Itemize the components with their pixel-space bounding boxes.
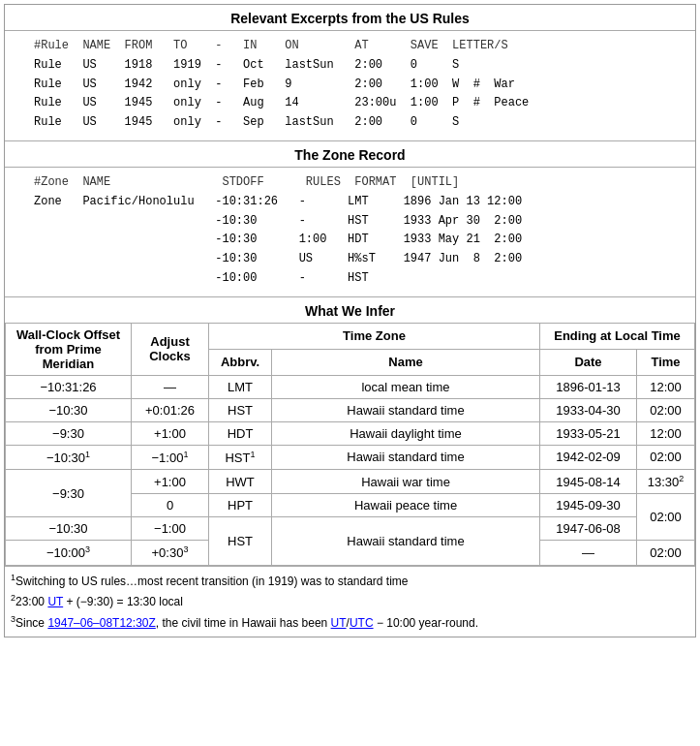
cell-time: 02:00 [637, 445, 695, 469]
footnote-2: 223:00 UT + (−9:30) = 13:30 local [11, 591, 689, 611]
rules-code: #Rule NAME FROM TO - IN ON AT SAVE LETTE… [5, 31, 695, 140]
header-date: Date [540, 349, 637, 375]
cell-adjust: +0:303 [132, 541, 209, 565]
table-row: −10:30 +0:01:26 HST Hawaii standard time… [6, 398, 695, 421]
cell-offset: −9:30 [6, 470, 132, 517]
cell-offset: −10:31:26 [6, 375, 132, 398]
header-tz-group: Time Zone [209, 323, 540, 349]
header-name: Name [272, 349, 540, 375]
cell-date: 1942-02-09 [540, 445, 637, 469]
cell-time: 02:00 [637, 541, 695, 565]
cell-abbr: HDT [209, 421, 272, 445]
cell-offset: −10:30 [6, 517, 132, 541]
table-row: −10:30 −1:00 HST Hawaii standard time 19… [6, 517, 695, 541]
cell-adjust: — [132, 375, 209, 398]
cell-name: Hawaii daylight time [272, 421, 540, 445]
table-row: −10:31:26 — LMT local mean time 1896-01-… [6, 375, 695, 398]
cell-time: 12:00 [637, 375, 695, 398]
cell-abbr: HPT [209, 494, 272, 517]
cell-date: 1947-06-08 [540, 517, 637, 541]
ut-link-2[interactable]: UT [331, 616, 347, 630]
rules-title: Relevant Excerpts from the US Rules [5, 5, 695, 31]
cell-date: — [540, 541, 637, 565]
cell-name: Hawaii war time [272, 470, 540, 494]
cell-date: 1896-01-13 [540, 375, 637, 398]
cell-adjust: −1:00 [132, 517, 209, 541]
date-link[interactable]: 1947–06–08T12:30Z [47, 616, 155, 630]
cell-date: 1945-09-30 [540, 494, 637, 517]
cell-abbr: HST [209, 398, 272, 421]
footnote-3: 3Since 1947–06–08T12:30Z, the civil time… [11, 612, 689, 633]
cell-adjust: +1:00 [132, 421, 209, 445]
cell-name: local mean time [272, 375, 540, 398]
table-row: −9:30 +1:00 HWT Hawaii war time 1945-08-… [6, 470, 695, 494]
cell-time: 02:00 [637, 398, 695, 421]
cell-name: Hawaii standard time [272, 398, 540, 421]
main-table: Wall-Clock Offset from Prime Meridian Ad… [5, 323, 695, 566]
cell-time: 12:00 [637, 421, 695, 445]
utc-link[interactable]: UTC [350, 616, 374, 630]
header-offset: Wall-Clock Offset from Prime Meridian [6, 323, 132, 375]
cell-offset: −10:003 [6, 541, 132, 565]
cell-time: 02:00 [637, 494, 695, 541]
header-time: Time [637, 349, 695, 375]
cell-abbr: LMT [209, 375, 272, 398]
cell-date: 1945-08-14 [540, 470, 637, 494]
ut-link-1[interactable]: UT [47, 595, 63, 608]
cell-date: 1933-05-21 [540, 421, 637, 445]
header-end-group: Ending at Local Time [540, 323, 695, 349]
cell-adjust: +0:01:26 [132, 398, 209, 421]
cell-name: Hawaii standard time [272, 517, 540, 565]
zone-title: The Zone Record [5, 141, 695, 168]
cell-abbr: HST [209, 517, 272, 565]
footnote-1: 1Switching to US rules…most recent trans… [11, 571, 689, 591]
table-row: −9:30 +1:00 HDT Hawaii daylight time 193… [6, 421, 695, 445]
cell-adjust: +1:00 [132, 470, 209, 494]
cell-name: Hawaii peace time [272, 494, 540, 517]
cell-name: Hawaii standard time [272, 445, 540, 469]
cell-offset: −10:301 [6, 445, 132, 469]
cell-adjust: 0 [132, 494, 209, 517]
table-row: −10:301 −1:001 HST1 Hawaii standard time… [6, 445, 695, 469]
header-abbr: Abbrv. [209, 349, 272, 375]
cell-date: 1933-04-30 [540, 398, 637, 421]
cell-time: 13:302 [637, 470, 695, 494]
cell-offset: −10:30 [6, 398, 132, 421]
zone-code: #Zone NAME STDOFF RULES FORMAT [UNTIL] Z… [5, 168, 695, 296]
cell-offset: −9:30 [6, 421, 132, 445]
footnotes: 1Switching to US rules…most recent trans… [5, 567, 695, 637]
infer-title: What We Infer [5, 297, 695, 323]
header-adjust: Adjust Clocks [132, 323, 209, 375]
cell-abbr: HST1 [209, 445, 272, 469]
cell-abbr: HWT [209, 470, 272, 494]
cell-adjust: −1:001 [132, 445, 209, 469]
